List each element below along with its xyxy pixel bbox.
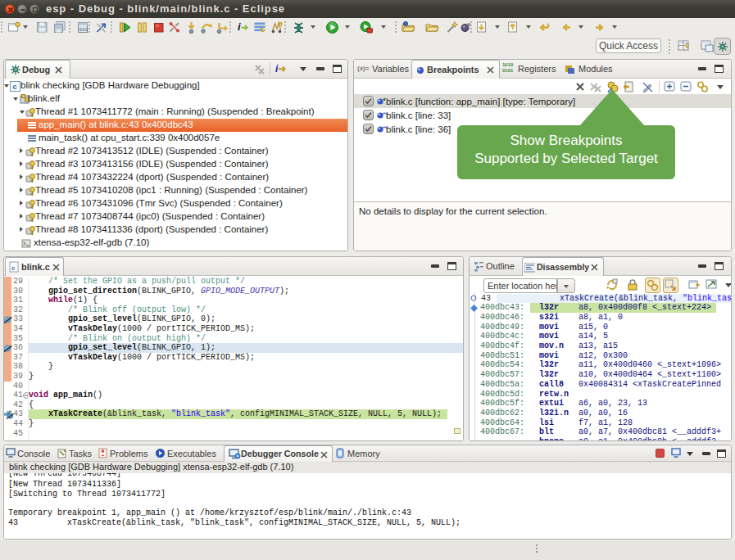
svg-text:c: c: [11, 264, 16, 272]
svg-text:010: 010: [79, 27, 88, 33]
svg-text:c: c: [13, 83, 17, 91]
